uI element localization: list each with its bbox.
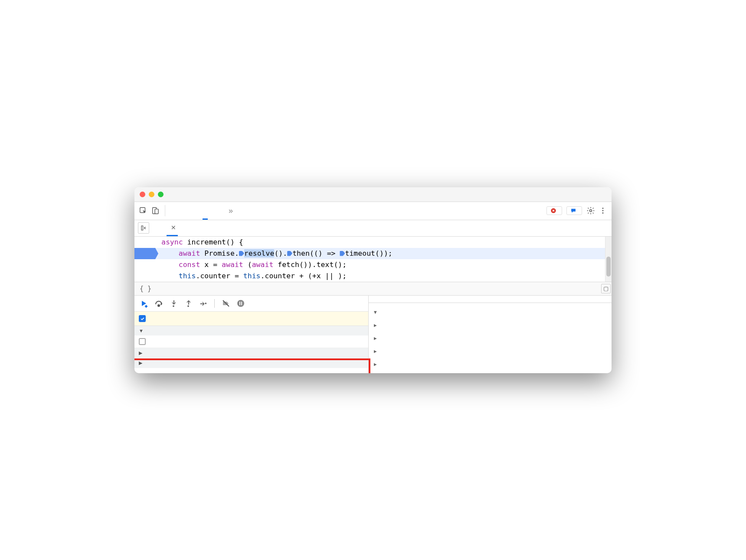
traffic-lights [140, 192, 164, 197]
step-icon[interactable] [198, 298, 208, 309]
tab-app-component[interactable]: ✕ [167, 220, 178, 236]
svg-point-14 [237, 300, 244, 307]
error-count-badge[interactable] [546, 206, 562, 215]
step-marker-icon [239, 251, 244, 256]
step-into-icon[interactable] [168, 298, 179, 309]
ignore-frames-toggle[interactable] [134, 335, 368, 348]
step-marker-icon [287, 251, 292, 256]
editor-footer: { } ▢ [134, 282, 612, 295]
svg-rect-15 [239, 302, 240, 305]
resume-icon[interactable] [139, 298, 149, 309]
svg-point-7 [602, 212, 604, 214]
separator [165, 205, 165, 216]
device-toggle-icon[interactable] [149, 205, 161, 217]
panel-tabs: » [177, 202, 546, 220]
tab-network[interactable] [216, 202, 221, 220]
inspect-icon[interactable] [137, 205, 149, 217]
breakpoint-checkbox[interactable] [139, 315, 146, 322]
kebab-menu-icon[interactable] [597, 205, 609, 217]
pause-exceptions-icon[interactable] [236, 298, 246, 309]
title-bar [134, 187, 612, 202]
scope-closure[interactable]: ▶ [374, 332, 606, 345]
tab-sources[interactable] [203, 202, 208, 220]
code-line: const x = await (await fetch()).text(); [155, 259, 347, 270]
line-number [134, 237, 155, 248]
scope-tree: ▼ ▶ ▶ ▶ ▶ [369, 303, 612, 373]
settings-icon[interactable] [585, 205, 597, 217]
separator [214, 299, 215, 308]
scope-global[interactable]: ▶ [374, 358, 606, 371]
message-count-badge[interactable] [566, 206, 582, 215]
line-number-active [134, 248, 155, 259]
toggle-sidebar-icon[interactable]: ▢ [601, 284, 611, 293]
svg-rect-16 [241, 302, 242, 305]
navigator-toggle-icon[interactable] [138, 222, 149, 234]
close-window-button[interactable] [140, 192, 145, 197]
dom-breakpoints-header[interactable]: ▶ [134, 358, 368, 368]
tab-elements[interactable] [177, 202, 182, 220]
debugger-left-pane: ▼ ▶ ▶ [134, 296, 369, 373]
svg-point-5 [602, 208, 604, 209]
close-tab-icon[interactable]: ✕ [171, 224, 176, 231]
scope-local[interactable]: ▼ [374, 306, 606, 319]
scope-watch-tabs [369, 296, 612, 303]
svg-point-4 [590, 210, 592, 212]
tab-console[interactable] [190, 202, 195, 220]
scope-closure[interactable]: ▶ [374, 319, 606, 332]
svg-rect-2 [155, 209, 158, 214]
scrollbar-thumb[interactable] [606, 257, 611, 277]
checkbox-icon[interactable] [139, 338, 146, 345]
step-out-icon[interactable] [183, 298, 193, 309]
breakpoint-message [134, 312, 368, 326]
callstack-header[interactable]: ▼ [134, 326, 368, 335]
maximize-window-button[interactable] [158, 192, 164, 197]
toolbar-badges [546, 206, 582, 215]
line-number [134, 259, 155, 270]
tab-index[interactable] [156, 220, 160, 236]
code-line: async increment() { [155, 237, 243, 248]
scope-closure[interactable]: ▶ [374, 345, 606, 358]
svg-point-10 [158, 305, 160, 306]
code-editor[interactable]: async increment() { await Promise.resolv… [134, 237, 612, 282]
line-number [134, 270, 155, 282]
debugger-right-pane: ▼ ▶ ▶ ▶ ▶ [369, 296, 612, 373]
code-line: this.counter = this.counter + (+x || ); [155, 270, 347, 282]
step-over-icon[interactable] [154, 298, 164, 309]
debugger-toolbar [134, 296, 368, 312]
code-line-active: await Promise.resolve().then(() => timeo… [155, 248, 393, 259]
file-tabs: ✕ [134, 220, 612, 237]
svg-point-6 [602, 210, 604, 212]
xhr-breakpoints-header[interactable]: ▶ [134, 348, 368, 358]
svg-point-12 [187, 305, 189, 307]
svg-rect-8 [141, 226, 143, 230]
more-tabs-icon[interactable]: » [229, 206, 233, 215]
svg-point-11 [173, 305, 174, 307]
minimize-window-button[interactable] [149, 192, 154, 197]
step-marker-icon [340, 251, 345, 256]
editor-scrollbar[interactable] [605, 237, 612, 282]
svg-rect-9 [144, 305, 147, 308]
main-toolbar: » [134, 202, 612, 220]
svg-point-13 [205, 303, 207, 304]
pretty-print-icon[interactable]: { } [140, 285, 151, 293]
deactivate-breakpoints-icon[interactable] [221, 298, 231, 309]
